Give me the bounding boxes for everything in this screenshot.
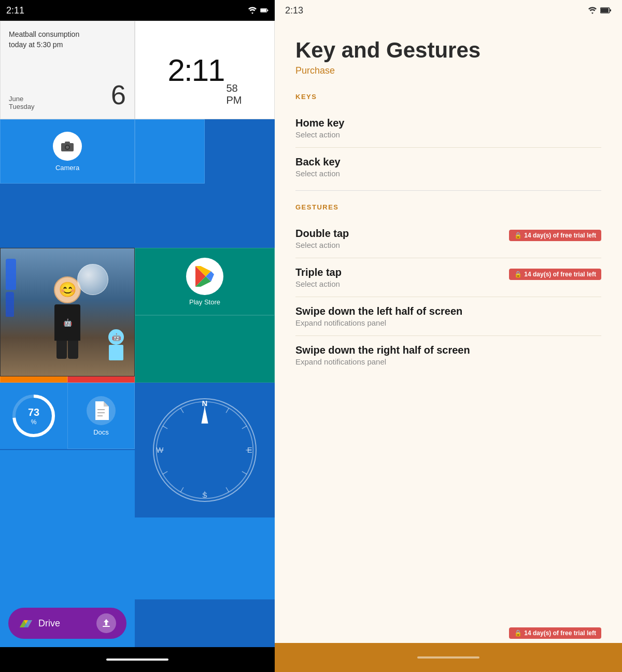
svg-line-37	[180, 487, 183, 492]
svg-rect-48	[610, 9, 611, 11]
reminder-widget: Meatball consumption today at 5:30 pm Ju…	[0, 21, 135, 119]
calendar-number: 6	[111, 79, 126, 110]
swipe-left-name: Swipe down the left half of screen	[295, 305, 601, 317]
svg-rect-49	[601, 8, 609, 12]
left-panel: 2:11 Meatball consumption today at 5:30 …	[0, 0, 275, 672]
keys-section-header: KEYS	[295, 93, 601, 101]
svg-rect-46	[103, 626, 110, 627]
battery-ring: 73 %	[11, 393, 56, 439]
calendar-date: June Tuesday 6	[9, 79, 126, 110]
battery-percent-label: 73	[28, 407, 39, 418]
compass-bottom-filler	[135, 599, 275, 647]
calendar-weekday: Tuesday	[9, 103, 34, 110]
gestures-section-header: GESTURES	[295, 203, 601, 211]
svg-line-35	[242, 471, 247, 474]
playstore-icon	[186, 258, 223, 295]
photo-widget: 😊 🤖 🤖	[0, 248, 135, 376]
svg-rect-1	[267, 10, 268, 11]
gestures-list: Double tap Select action 🔒 14 day(s) of …	[295, 219, 601, 374]
lock-icon-2: 🔒	[514, 271, 522, 278]
svg-line-38	[163, 471, 167, 474]
playstore-spacer	[135, 315, 275, 383]
drive-left: Drive	[19, 617, 60, 629]
home-key-name: Home key	[295, 117, 601, 129]
double-tap-item[interactable]: Double tap Select action 🔒 14 day(s) of …	[295, 219, 601, 258]
nav-bar-indicator	[106, 659, 168, 661]
keys-list: Home key Select action Back key Select a…	[295, 109, 601, 186]
swipe-right-info: Swipe down the right half of screen Expa…	[295, 344, 470, 366]
triple-tap-sub: Select action	[295, 279, 342, 288]
clock-seconds: 58	[226, 82, 242, 94]
svg-text:S: S	[202, 491, 207, 499]
app-tile-playstore[interactable]: Play Store	[135, 248, 275, 315]
swipe-left-item[interactable]: Swipe down the left half of screen Expan…	[295, 297, 601, 336]
double-tap-trial-badge: 🔒 14 day(s) of free trial left	[509, 230, 601, 241]
home-key-sub: Select action	[295, 130, 601, 139]
clock-widget: 2:11 58 PM	[135, 21, 275, 119]
svg-point-5	[66, 146, 69, 149]
bottom-trial-area: 🔒 14 day(s) of free trial left	[275, 625, 622, 643]
purchase-link[interactable]: Purchase	[295, 65, 601, 76]
svg-line-33	[226, 408, 229, 413]
swipe-right-name: Swipe down the right half of screen	[295, 344, 470, 356]
triple-tap-name: Triple tap	[295, 267, 342, 278]
swipe-right-item[interactable]: Swipe down the right half of screen Expa…	[295, 336, 601, 374]
app-tile-docs[interactable]: Docs	[67, 383, 135, 449]
left-status-icons	[248, 7, 268, 14]
app-tile-photos[interactable]	[135, 119, 205, 184]
right-time: 2:13	[285, 5, 303, 16]
home-key-item[interactable]: Home key Select action	[295, 109, 601, 148]
drive-label: Drive	[38, 618, 60, 629]
back-key-item[interactable]: Back key Select action	[295, 148, 601, 186]
svg-rect-6	[65, 142, 70, 144]
app-tile-camera[interactable]: Camera	[0, 119, 135, 184]
lock-icon-3: 🔒	[514, 629, 522, 637]
svg-line-34	[242, 426, 247, 429]
swipe-left-sub: Expand notifications panel	[295, 318, 601, 327]
right-panel: 2:13 Key and Gestures Purchase KEYS Home…	[275, 0, 622, 672]
lock-icon-1: 🔒	[514, 232, 522, 239]
camera-icon	[53, 132, 82, 161]
svg-line-36	[226, 487, 229, 492]
status-bar-right: 2:13	[275, 0, 622, 21]
triple-tap-item[interactable]: Triple tap Select action 🔒 14 day(s) of …	[295, 258, 601, 297]
swipe-right-sub: Expand notifications panel	[295, 357, 470, 366]
battery-icon-left	[260, 7, 268, 14]
back-key-name: Back key	[295, 156, 601, 168]
svg-text:W: W	[156, 445, 164, 454]
docs-icon	[87, 396, 116, 425]
wifi-icon	[248, 7, 257, 14]
clock-ampm: PM	[226, 94, 242, 106]
reminder-text: Meatball consumption today at 5:30 pm	[9, 30, 126, 50]
docs-label: Docs	[93, 428, 109, 436]
battery-unit: %	[31, 418, 37, 426]
drive-icon	[19, 617, 33, 629]
clock-seconds-ampm: 58 PM	[226, 82, 242, 110]
wifi-icon-right	[588, 7, 597, 14]
bottom-trial-badge: 🔒 14 day(s) of free trial left	[509, 627, 601, 639]
bottom-bar-right	[275, 643, 622, 672]
right-status-icons	[588, 7, 612, 14]
drive-widget-container: Drive	[0, 599, 135, 647]
double-tap-name: Double tap	[295, 228, 349, 240]
double-tap-info: Double tap Select action	[295, 228, 349, 249]
compass-widget: N S W E	[135, 383, 275, 517]
battery-widget: 73 %	[0, 383, 67, 449]
page-title: Key and Gestures	[295, 37, 601, 63]
drive-widget[interactable]: Drive	[8, 608, 126, 639]
left-time: 2:11	[6, 5, 24, 16]
svg-line-39	[163, 426, 167, 429]
svg-text:E: E	[247, 445, 252, 454]
bottom-nav	[0, 647, 275, 672]
bottom-bar-indicator	[417, 656, 479, 659]
upload-icon	[101, 618, 111, 628]
svg-text:N: N	[202, 399, 208, 408]
back-key-sub: Select action	[295, 169, 601, 178]
drive-upload-button[interactable]	[96, 613, 116, 633]
status-bar-left: 2:11	[0, 0, 275, 21]
triple-tap-trial-badge: 🔒 14 day(s) of free trial left	[509, 269, 601, 280]
battery-icon-right	[600, 7, 612, 14]
double-tap-sub: Select action	[295, 241, 349, 249]
clock-time: 2:11	[168, 52, 224, 88]
section-divider	[295, 190, 601, 191]
